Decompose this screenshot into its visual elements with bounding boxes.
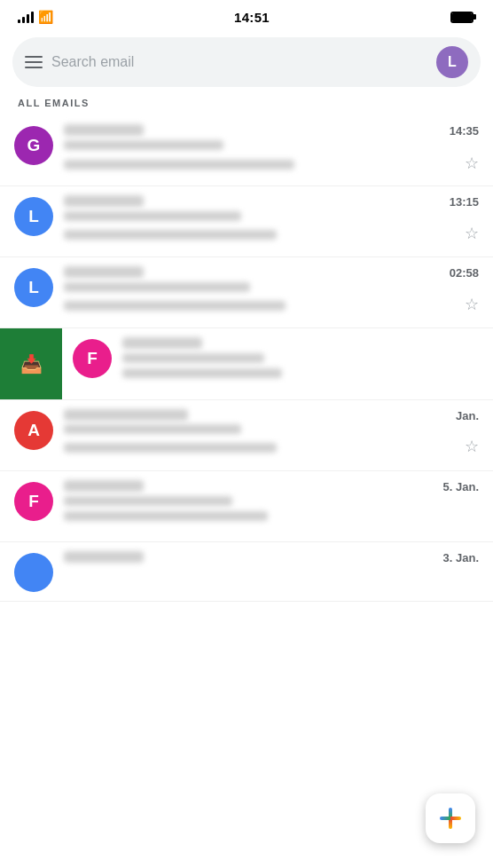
email-preview (122, 368, 282, 378)
email-preview (64, 160, 294, 170)
email-preview (64, 301, 286, 311)
email-time: Jan. (456, 409, 479, 422)
email-time: 02:58 (450, 266, 479, 280)
email-subject (122, 353, 264, 363)
email-preview (64, 443, 277, 453)
swipe-email-content[interactable]: F (62, 328, 493, 399)
email-content: 02:58 ☆ (64, 266, 479, 314)
avatar: F (73, 339, 112, 378)
email-sender (122, 337, 202, 349)
email-sender (64, 124, 144, 136)
search-bar[interactable]: Search email L (12, 37, 481, 87)
wifi-icon: 📶 (38, 10, 53, 24)
email-content: 13:15 ☆ (64, 195, 479, 243)
email-list: G 14:35 ☆ L 13:15 ☆ (0, 115, 493, 602)
email-subject (64, 496, 232, 506)
swipe-archive-action[interactable]: 📥 (0, 328, 62, 399)
email-time: 5. Jan. (443, 480, 479, 493)
email-sender (64, 409, 188, 421)
avatar: L (14, 268, 53, 307)
compose-button[interactable] (426, 793, 475, 843)
avatar: A (14, 411, 53, 450)
email-sender (64, 266, 144, 278)
avatar (14, 553, 53, 592)
status-time: 14:51 (234, 10, 270, 25)
avatar: L (14, 197, 53, 236)
list-item[interactable]: L 02:58 ☆ (0, 257, 493, 328)
list-item[interactable]: F 5. Jan. (0, 471, 493, 542)
email-subject (64, 140, 223, 150)
email-content: Jan. ☆ (64, 409, 479, 456)
email-preview (64, 230, 277, 240)
star-icon[interactable]: ☆ (465, 295, 479, 314)
list-item[interactable]: L 13:15 ☆ (0, 186, 493, 257)
email-content: 14:35 ☆ (64, 124, 479, 173)
star-icon[interactable]: ☆ (465, 224, 479, 243)
email-preview (64, 511, 268, 521)
status-bar: 📶 14:51 (0, 0, 493, 32)
star-icon[interactable]: ☆ (465, 154, 479, 173)
email-content (122, 337, 479, 378)
battery-icon (450, 12, 475, 23)
compose-icon (440, 808, 461, 829)
email-sender (64, 480, 144, 492)
list-item[interactable]: 3. Jan. (0, 542, 493, 602)
email-content: 5. Jan. (64, 480, 479, 521)
list-item[interactable]: G 14:35 ☆ (0, 115, 493, 186)
section-label: ALL EMAILS (0, 98, 493, 115)
list-item[interactable]: 📥 F (0, 328, 493, 400)
avatar[interactable]: L (436, 46, 468, 78)
email-time: 3. Jan. (443, 551, 479, 564)
star-icon[interactable]: ☆ (465, 437, 479, 456)
email-subject (64, 282, 250, 292)
avatar: G (14, 126, 53, 165)
email-time: 13:15 (450, 195, 479, 209)
email-content: 3. Jan. (64, 551, 479, 567)
archive-icon: 📥 (20, 353, 43, 375)
search-input[interactable]: Search email (51, 54, 427, 70)
email-sender (64, 551, 144, 563)
menu-icon[interactable] (25, 56, 43, 68)
list-item[interactable]: A Jan. ☆ (0, 400, 493, 471)
email-time: 14:35 (450, 124, 479, 138)
avatar: F (14, 482, 53, 521)
status-left: 📶 (18, 10, 53, 24)
email-subject (64, 211, 241, 221)
signal-icon (18, 11, 34, 23)
email-subject (64, 424, 241, 434)
email-sender (64, 195, 144, 207)
